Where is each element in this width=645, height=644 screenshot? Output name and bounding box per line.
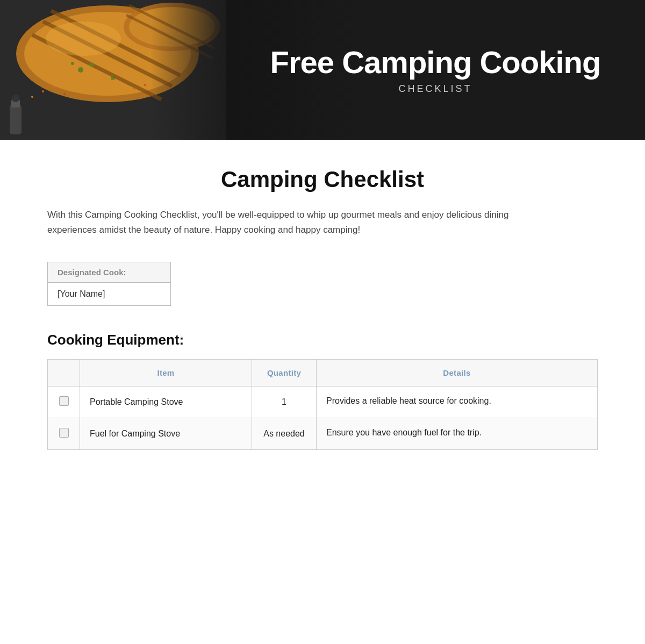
main-content: Camping Checklist With this Camping Cook… (0, 140, 645, 482)
cook-box: Designated Cook: [Your Name] (47, 262, 171, 306)
check-cell (48, 418, 80, 450)
svg-point-22 (31, 96, 33, 98)
item-cell: Portable Camping Stove (80, 387, 252, 418)
svg-point-15 (111, 76, 115, 80)
details-cell: Ensure you have enough fuel for the trip… (317, 418, 598, 450)
table-row: Fuel for Camping StoveAs neededEnsure yo… (48, 418, 598, 450)
svg-point-21 (63, 93, 66, 95)
cook-label: Designated Cook: (48, 262, 170, 283)
header-text-block: Free Camping Cooking CHECKLIST (269, 45, 645, 95)
svg-point-14 (71, 62, 74, 65)
item-cell: Fuel for Camping Stove (80, 418, 252, 450)
svg-rect-16 (10, 105, 22, 134)
table-header-row: Item Quantity Details (48, 360, 598, 387)
svg-point-18 (12, 95, 19, 102)
svg-point-23 (133, 88, 135, 90)
checkbox[interactable] (59, 396, 69, 406)
svg-point-13 (89, 62, 94, 67)
quantity-cell: As needed (252, 418, 317, 450)
table-row: Portable Camping Stove1Provides a reliab… (48, 387, 598, 418)
checkbox[interactable] (59, 428, 69, 438)
svg-rect-25 (150, 0, 226, 140)
svg-point-12 (78, 67, 83, 73)
th-check (48, 360, 80, 387)
th-item: Item (80, 360, 252, 387)
svg-point-20 (53, 86, 55, 88)
th-details: Details (317, 360, 598, 387)
checklist-table: Item Quantity Details Portable Camping S… (47, 359, 598, 450)
intro-text: With this Camping Cooking Checklist, you… (47, 207, 531, 238)
quantity-cell: 1 (252, 387, 317, 418)
page-header: Free Camping Cooking CHECKLIST (0, 0, 645, 140)
th-quantity: Quantity (252, 360, 317, 387)
page-title: Camping Checklist (47, 167, 598, 192)
svg-point-19 (42, 90, 44, 92)
header-food-image (0, 0, 226, 140)
svg-point-24 (144, 84, 146, 86)
check-cell (48, 387, 80, 418)
cook-value[interactable]: [Your Name] (48, 283, 170, 305)
header-title: Free Camping Cooking (269, 45, 602, 80)
header-subtitle: CHECKLIST (269, 83, 602, 95)
details-cell: Provides a reliable heat source for cook… (317, 387, 598, 418)
section-heading: Cooking Equipment: (47, 332, 598, 348)
svg-point-7 (46, 22, 121, 56)
